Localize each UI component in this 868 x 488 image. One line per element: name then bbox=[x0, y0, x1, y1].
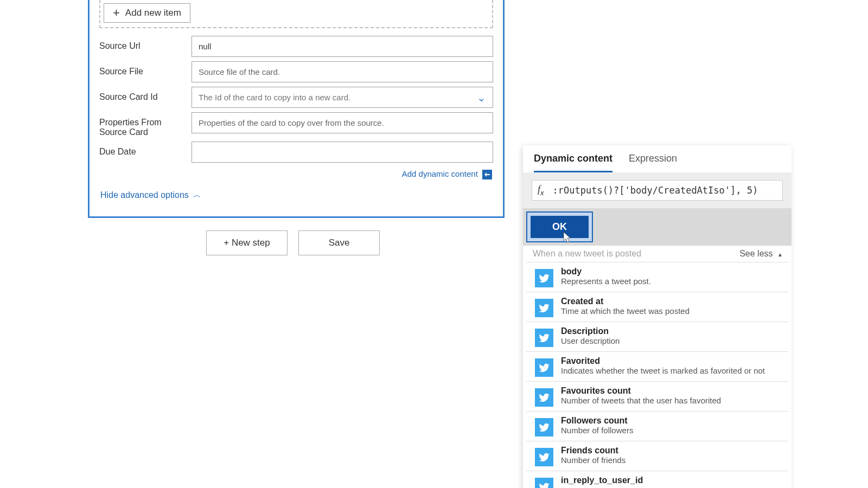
ok-row: OK bbox=[523, 208, 792, 246]
dc-item-texts: DescriptionUser description bbox=[561, 326, 780, 345]
dc-item[interactable]: DescriptionUser description bbox=[526, 322, 788, 352]
label-due-date: Due Date bbox=[99, 142, 186, 157]
field-row-props-from-source: Properties From Source Card bbox=[90, 110, 503, 139]
dc-item-title: Favorited bbox=[561, 356, 780, 366]
chevron-down-icon: ⌄ bbox=[473, 91, 489, 104]
dc-item-desc: Number of followers bbox=[561, 426, 780, 435]
dc-item-texts: Favourites countNumber of tweets that th… bbox=[561, 386, 780, 405]
twitter-icon bbox=[535, 448, 553, 466]
dc-item-desc: Number of friends bbox=[561, 455, 780, 465]
plus-icon: + bbox=[113, 7, 120, 19]
dc-group-title: When a new tweet is posted bbox=[533, 249, 641, 259]
fx-icon: fx bbox=[538, 184, 544, 197]
input-source-file[interactable] bbox=[192, 61, 493, 82]
fx-input-wrap[interactable]: fx bbox=[532, 180, 783, 201]
input-source-url[interactable] bbox=[192, 36, 493, 57]
dc-item-list[interactable]: bodyRepresents a tweet post.Created atTi… bbox=[523, 262, 792, 488]
add-dynamic-content-link[interactable]: Add dynamic content bbox=[402, 169, 478, 178]
dc-item-desc: Number of tweets that the user has favor… bbox=[561, 396, 780, 405]
twitter-icon bbox=[535, 358, 553, 377]
twitter-icon bbox=[535, 418, 553, 436]
dc-item-texts: bodyRepresents a tweet post. bbox=[561, 267, 780, 286]
twitter-icon bbox=[535, 269, 553, 287]
popup-tabs: Dynamic content Expression bbox=[523, 145, 792, 172]
label-source-card-id: Source Card Id bbox=[99, 87, 186, 102]
label-source-url: Source Url bbox=[99, 36, 186, 51]
dynamic-content-popup: Dynamic content Expression fx OK When a … bbox=[523, 145, 792, 488]
caret-up-icon[interactable]: ▴ bbox=[778, 251, 782, 258]
tab-expression[interactable]: Expression bbox=[629, 150, 677, 172]
hide-advanced-label: Hide advanced options bbox=[100, 190, 189, 200]
dc-item-texts: Friends countNumber of friends bbox=[561, 446, 780, 465]
dc-item[interactable]: in_reply_to_user_id bbox=[526, 471, 788, 488]
flow-action-buttons: + New step Save bbox=[206, 230, 380, 255]
dc-item-title: Created at bbox=[561, 297, 780, 306]
dc-item-texts: Followers countNumber of followers bbox=[561, 416, 780, 435]
add-item-label: Add new item bbox=[125, 8, 181, 18]
field-row-due-date: Due Date bbox=[90, 139, 503, 165]
dc-item[interactable]: FavoritedIndicates whether the tweet is … bbox=[526, 352, 788, 382]
cursor-icon bbox=[562, 231, 573, 244]
dc-item-title: Followers count bbox=[561, 416, 780, 426]
label-source-file: Source File bbox=[99, 61, 186, 76]
ok-label: OK bbox=[552, 221, 567, 232]
twitter-icon bbox=[535, 388, 553, 407]
dc-item-desc: Indicates whether the tweet is marked as… bbox=[561, 366, 780, 375]
add-new-item-button[interactable]: + Add new item bbox=[104, 3, 190, 23]
twitter-icon bbox=[535, 478, 553, 488]
dc-item-desc: Time at which the tweet was posted bbox=[561, 306, 780, 316]
field-row-source-file: Source File bbox=[90, 59, 503, 85]
dc-item-title: in_reply_to_user_id bbox=[561, 476, 780, 485]
dc-item-title: Friends count bbox=[561, 446, 780, 455]
dc-item[interactable]: Created atTime at which the tweet was po… bbox=[526, 292, 788, 322]
field-row-source-card-id: Source Card Id ⌄ bbox=[90, 85, 503, 110]
dc-item[interactable]: Friends countNumber of friends bbox=[526, 441, 788, 471]
dc-item[interactable]: Followers countNumber of followers bbox=[526, 412, 788, 441]
fx-bar: fx bbox=[523, 172, 792, 208]
twitter-icon bbox=[535, 329, 553, 347]
dc-group-header: When a new tweet is posted See less ▴ bbox=[523, 246, 792, 262]
action-card-panel: + Add new item Source Url Source File So… bbox=[88, 0, 505, 218]
new-step-button[interactable]: + New step bbox=[206, 230, 288, 255]
input-due-date[interactable] bbox=[192, 142, 493, 163]
twitter-icon bbox=[535, 299, 553, 317]
label-props-from-source: Properties From Source Card bbox=[99, 112, 186, 137]
dynamic-content-icon[interactable] bbox=[482, 170, 492, 179]
see-less-link[interactable]: See less bbox=[739, 249, 773, 258]
add-item-container: + Add new item bbox=[99, 0, 493, 28]
hide-advanced-options-toggle[interactable]: Hide advanced options ︿ bbox=[90, 182, 503, 206]
tab-dynamic-content[interactable]: Dynamic content bbox=[534, 150, 612, 172]
dc-item-texts: FavoritedIndicates whether the tweet is … bbox=[561, 356, 780, 375]
dc-item-title: Favourites count bbox=[561, 386, 780, 396]
ok-button[interactable]: OK bbox=[527, 213, 592, 241]
select-source-card-id-text[interactable] bbox=[192, 87, 473, 107]
select-source-card-id[interactable]: ⌄ bbox=[192, 87, 493, 108]
dc-item-texts: in_reply_to_user_id bbox=[561, 476, 780, 485]
dc-item-texts: Created atTime at which the tweet was po… bbox=[561, 297, 780, 316]
dc-item[interactable]: Favourites countNumber of tweets that th… bbox=[526, 382, 788, 412]
input-props-from-source[interactable] bbox=[192, 112, 493, 133]
dc-item[interactable]: bodyRepresents a tweet post. bbox=[526, 262, 788, 292]
save-button[interactable]: Save bbox=[298, 230, 380, 255]
dc-item-desc: Represents a tweet post. bbox=[561, 277, 780, 286]
chevron-up-icon: ︿ bbox=[193, 190, 201, 200]
dynamic-content-link-row: Add dynamic content bbox=[90, 165, 503, 182]
field-row-source-url: Source Url bbox=[90, 34, 503, 59]
dc-item-title: Description bbox=[561, 326, 780, 336]
dc-item-desc: User description bbox=[561, 336, 780, 345]
dc-item-title: body bbox=[561, 267, 780, 277]
fx-expression-input[interactable] bbox=[553, 185, 777, 196]
